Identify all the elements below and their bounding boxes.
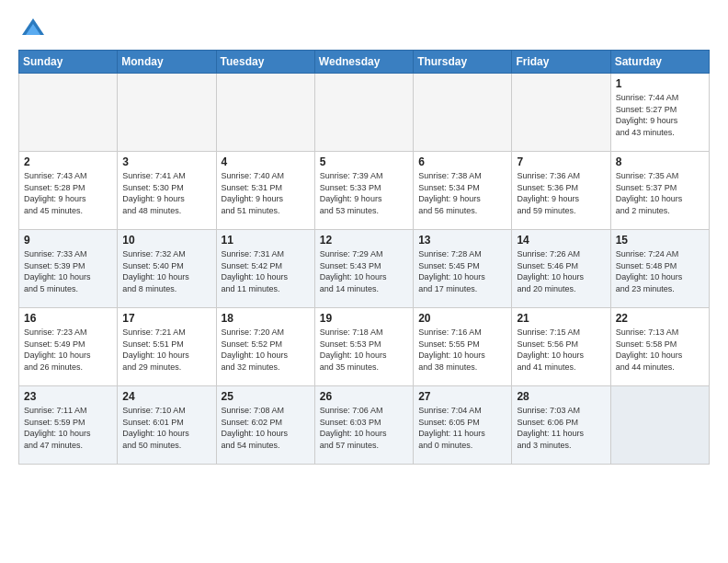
calendar-cell — [216, 74, 314, 152]
calendar-cell — [314, 74, 413, 152]
day-info: Sunrise: 7:41 AM Sunset: 5:30 PM Dayligh… — [122, 170, 210, 216]
day-info: Sunrise: 7:18 AM Sunset: 5:53 PM Dayligh… — [320, 327, 408, 373]
calendar-cell: 20Sunrise: 7:16 AM Sunset: 5:55 PM Dayli… — [414, 308, 512, 386]
weekday-header-row: SundayMondayTuesdayWednesdayThursdayFrid… — [19, 51, 710, 74]
day-number: 10 — [122, 234, 210, 247]
day-info: Sunrise: 7:10 AM Sunset: 6:01 PM Dayligh… — [122, 405, 210, 451]
calendar-cell: 26Sunrise: 7:06 AM Sunset: 6:03 PM Dayli… — [314, 386, 413, 465]
day-info: Sunrise: 7:31 AM Sunset: 5:42 PM Dayligh… — [222, 248, 310, 294]
weekday-header-saturday: Saturday — [610, 51, 709, 74]
calendar-cell: 15Sunrise: 7:24 AM Sunset: 5:48 PM Dayli… — [610, 230, 709, 308]
day-info: Sunrise: 7:32 AM Sunset: 5:40 PM Dayligh… — [122, 248, 210, 294]
day-info: Sunrise: 7:11 AM Sunset: 5:59 PM Dayligh… — [24, 405, 112, 451]
weekday-header-wednesday: Wednesday — [314, 51, 413, 74]
calendar-cell: 14Sunrise: 7:26 AM Sunset: 5:46 PM Dayli… — [512, 230, 610, 308]
calendar-cell: 6Sunrise: 7:38 AM Sunset: 5:34 PM Daylig… — [414, 152, 512, 230]
week-row-2: 9Sunrise: 7:33 AM Sunset: 5:39 PM Daylig… — [19, 230, 710, 308]
day-number: 20 — [418, 312, 506, 325]
calendar-cell: 25Sunrise: 7:08 AM Sunset: 6:02 PM Dayli… — [216, 386, 314, 465]
calendar-cell — [512, 74, 610, 152]
day-number: 15 — [616, 234, 704, 247]
day-info: Sunrise: 7:06 AM Sunset: 6:03 PM Dayligh… — [320, 405, 408, 451]
day-number: 19 — [320, 312, 408, 325]
calendar-cell: 13Sunrise: 7:28 AM Sunset: 5:45 PM Dayli… — [414, 230, 512, 308]
day-number: 6 — [418, 155, 506, 168]
day-info: Sunrise: 7:23 AM Sunset: 5:49 PM Dayligh… — [24, 327, 112, 373]
calendar-cell: 2Sunrise: 7:43 AM Sunset: 5:28 PM Daylig… — [19, 152, 118, 230]
weekday-header-monday: Monday — [118, 51, 216, 74]
logo-icon — [20, 15, 46, 40]
day-number: 28 — [517, 390, 605, 403]
calendar-cell: 16Sunrise: 7:23 AM Sunset: 5:49 PM Dayli… — [19, 308, 118, 386]
day-number: 7 — [517, 155, 605, 168]
day-info: Sunrise: 7:13 AM Sunset: 5:58 PM Dayligh… — [616, 327, 704, 373]
day-info: Sunrise: 7:26 AM Sunset: 5:46 PM Dayligh… — [517, 248, 605, 294]
day-number: 22 — [616, 312, 704, 325]
calendar-cell — [610, 386, 709, 465]
week-row-1: 2Sunrise: 7:43 AM Sunset: 5:28 PM Daylig… — [19, 152, 710, 230]
day-info: Sunrise: 7:39 AM Sunset: 5:33 PM Dayligh… — [320, 170, 408, 216]
calendar-cell: 28Sunrise: 7:03 AM Sunset: 6:06 PM Dayli… — [512, 386, 610, 465]
calendar-cell: 5Sunrise: 7:39 AM Sunset: 5:33 PM Daylig… — [314, 152, 413, 230]
day-number: 23 — [24, 390, 112, 403]
calendar-cell: 18Sunrise: 7:20 AM Sunset: 5:52 PM Dayli… — [216, 308, 314, 386]
day-number: 18 — [222, 312, 310, 325]
calendar-cell: 10Sunrise: 7:32 AM Sunset: 5:40 PM Dayli… — [118, 230, 216, 308]
calendar-cell: 27Sunrise: 7:04 AM Sunset: 6:05 PM Dayli… — [414, 386, 512, 465]
day-info: Sunrise: 7:44 AM Sunset: 5:27 PM Dayligh… — [616, 92, 704, 138]
day-number: 5 — [320, 155, 408, 168]
calendar-cell: 21Sunrise: 7:15 AM Sunset: 5:56 PM Dayli… — [512, 308, 610, 386]
day-number: 4 — [222, 155, 310, 168]
day-number: 24 — [122, 390, 210, 403]
day-info: Sunrise: 7:20 AM Sunset: 5:52 PM Dayligh… — [222, 327, 310, 373]
day-number: 17 — [122, 312, 210, 325]
day-number: 12 — [320, 234, 408, 247]
weekday-header-friday: Friday — [512, 51, 610, 74]
day-info: Sunrise: 7:03 AM Sunset: 6:06 PM Dayligh… — [517, 405, 605, 451]
weekday-header-tuesday: Tuesday — [216, 51, 314, 74]
day-number: 27 — [418, 390, 506, 403]
weekday-header-thursday: Thursday — [414, 51, 512, 74]
day-number: 14 — [517, 234, 605, 247]
calendar-cell: 24Sunrise: 7:10 AM Sunset: 6:01 PM Dayli… — [118, 386, 216, 465]
day-number: 9 — [24, 234, 112, 247]
day-info: Sunrise: 7:29 AM Sunset: 5:43 PM Dayligh… — [320, 248, 408, 294]
calendar-cell: 4Sunrise: 7:40 AM Sunset: 5:31 PM Daylig… — [216, 152, 314, 230]
day-info: Sunrise: 7:40 AM Sunset: 5:31 PM Dayligh… — [222, 170, 310, 216]
calendar-cell — [118, 74, 216, 152]
day-number: 2 — [24, 155, 112, 168]
day-info: Sunrise: 7:38 AM Sunset: 5:34 PM Dayligh… — [418, 170, 506, 216]
calendar-cell: 19Sunrise: 7:18 AM Sunset: 5:53 PM Dayli… — [314, 308, 413, 386]
calendar-cell: 8Sunrise: 7:35 AM Sunset: 5:37 PM Daylig… — [610, 152, 709, 230]
calendar-cell: 3Sunrise: 7:41 AM Sunset: 5:30 PM Daylig… — [118, 152, 216, 230]
logo — [18, 15, 46, 40]
calendar-cell — [414, 74, 512, 152]
page: SundayMondayTuesdayWednesdayThursdayFrid… — [0, 0, 728, 479]
day-info: Sunrise: 7:35 AM Sunset: 5:37 PM Dayligh… — [616, 170, 704, 216]
day-number: 8 — [616, 155, 704, 168]
calendar-cell: 22Sunrise: 7:13 AM Sunset: 5:58 PM Dayli… — [610, 308, 709, 386]
day-number: 25 — [222, 390, 310, 403]
week-row-3: 16Sunrise: 7:23 AM Sunset: 5:49 PM Dayli… — [19, 308, 710, 386]
weekday-header-sunday: Sunday — [19, 51, 118, 74]
day-number: 1 — [616, 77, 704, 90]
week-row-4: 23Sunrise: 7:11 AM Sunset: 5:59 PM Dayli… — [19, 386, 710, 465]
header — [18, 15, 710, 40]
calendar-cell: 23Sunrise: 7:11 AM Sunset: 5:59 PM Dayli… — [19, 386, 118, 465]
calendar-cell: 17Sunrise: 7:21 AM Sunset: 5:51 PM Dayli… — [118, 308, 216, 386]
day-info: Sunrise: 7:16 AM Sunset: 5:55 PM Dayligh… — [418, 327, 506, 373]
day-info: Sunrise: 7:21 AM Sunset: 5:51 PM Dayligh… — [122, 327, 210, 373]
day-info: Sunrise: 7:24 AM Sunset: 5:48 PM Dayligh… — [616, 248, 704, 294]
day-info: Sunrise: 7:04 AM Sunset: 6:05 PM Dayligh… — [418, 405, 506, 451]
day-number: 3 — [122, 155, 210, 168]
day-info: Sunrise: 7:28 AM Sunset: 5:45 PM Dayligh… — [418, 248, 506, 294]
calendar-cell — [19, 74, 118, 152]
day-number: 11 — [222, 234, 310, 247]
calendar-cell: 12Sunrise: 7:29 AM Sunset: 5:43 PM Dayli… — [314, 230, 413, 308]
calendar-cell: 1Sunrise: 7:44 AM Sunset: 5:27 PM Daylig… — [610, 74, 709, 152]
day-info: Sunrise: 7:08 AM Sunset: 6:02 PM Dayligh… — [222, 405, 310, 451]
day-number: 21 — [517, 312, 605, 325]
calendar-cell: 9Sunrise: 7:33 AM Sunset: 5:39 PM Daylig… — [19, 230, 118, 308]
calendar: SundayMondayTuesdayWednesdayThursdayFrid… — [18, 50, 710, 465]
calendar-cell: 7Sunrise: 7:36 AM Sunset: 5:36 PM Daylig… — [512, 152, 610, 230]
